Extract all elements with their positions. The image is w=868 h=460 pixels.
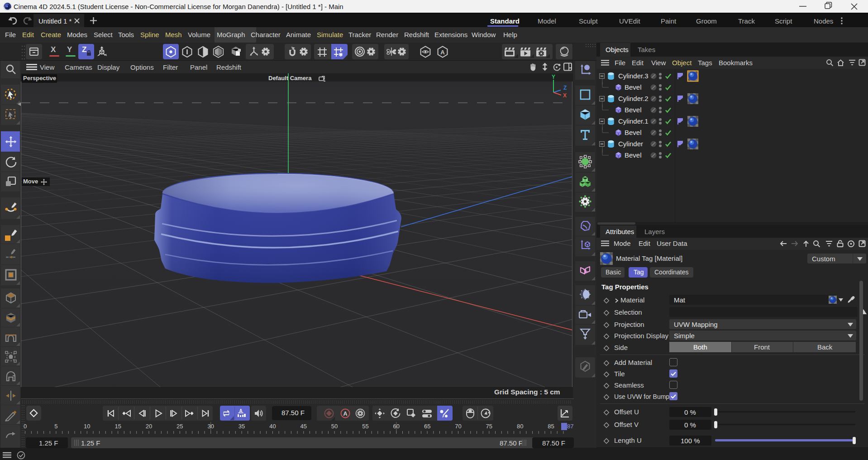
svg-text:A: A bbox=[440, 49, 445, 56]
svg-text:Y: Y bbox=[552, 74, 555, 80]
svg-text:X: X bbox=[563, 92, 567, 99]
svg-text:Z: Z bbox=[563, 85, 567, 91]
svg-text:A: A bbox=[343, 411, 347, 417]
